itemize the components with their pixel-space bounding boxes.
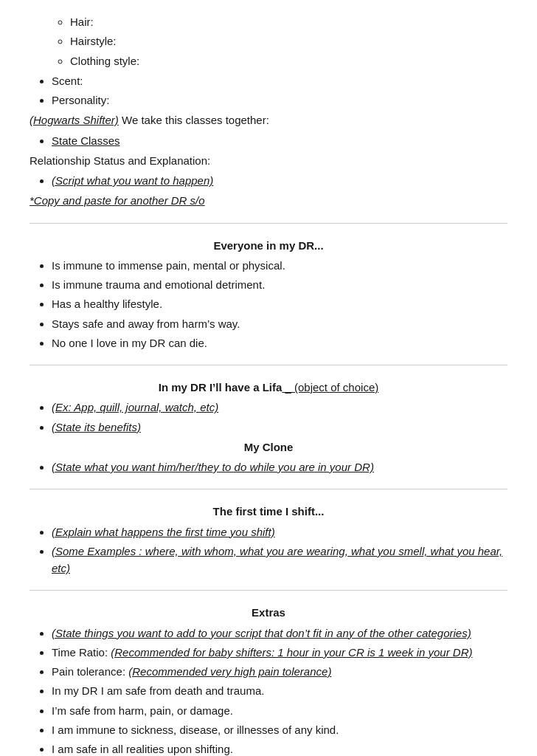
clone-item: (State what you want him/her/they to do … (52, 458, 507, 475)
list-item: Scent: (52, 72, 507, 89)
state-classes-list: State Classes (52, 132, 507, 149)
extras-list: (State things you want to add to your sc… (52, 625, 507, 757)
lifa-bold: In my DR I’ll have a Lifa (159, 381, 283, 394)
first-shift-heading: The first time I shift... (30, 503, 507, 520)
extras-item-4: In my DR I am safe from death and trauma… (52, 682, 507, 699)
lifa-item-2: (State its benefits) (52, 421, 141, 433)
extras-item-1: (State things you want to add to your sc… (52, 625, 507, 642)
copy-paste-label: *Copy and paste for another DR s/o (30, 194, 205, 207)
list-item: No one I love in my DR can die. (52, 334, 507, 351)
time-ratio-plain: Time Ratio: (52, 646, 111, 659)
extras-item-2: Time Ratio: (Recommended for baby shifte… (52, 644, 507, 661)
list-item: Is immune trauma and emotional detriment… (52, 276, 507, 293)
everyone-list: Is immune to immense pain, mental or phy… (52, 257, 507, 351)
divider-2 (30, 365, 507, 365)
list-item: Hairstyle: (70, 32, 507, 49)
state-classes-item: State Classes (52, 132, 507, 149)
clone-label: (State what you want him/her/they to do … (52, 461, 374, 473)
list-item: (Explain what happens the first time you… (52, 523, 507, 540)
extras-item-3: Pain tolerance: (Recommended very high p… (52, 663, 507, 680)
first-shift-item-2: (Some Examples : where, with whom, what … (52, 545, 502, 574)
list-item: Stays safe and away from harm’s way. (52, 315, 507, 332)
pain-tolerance-plain: Pain tolerance: (52, 665, 128, 678)
clone-list: (State what you want him/her/they to do … (52, 458, 507, 475)
hogwarts-line: (Hogwarts Shifter) We take this classes … (30, 111, 507, 128)
list-item: Has a healthy lifestyle. (52, 295, 507, 312)
relationship-status: Relationship Status and Explanation: (30, 152, 507, 169)
hair-circle-list: Hair: Hairstyle: Clothing style: (70, 13, 507, 69)
clone-heading: My Clone (30, 439, 507, 456)
lifa-item-1: (Ex: App, quill, journal, watch, etc) (52, 401, 218, 413)
extras-heading: Extras (30, 604, 507, 621)
extras-item-5: I’m safe from harm, pain, or damage. (52, 702, 507, 719)
divider-1 (30, 223, 507, 224)
lifa-heading: In my DR I’ll have a Lifa _ (object of c… (30, 379, 507, 396)
list-item: Hair: (70, 13, 507, 30)
time-ratio-rec: (Recommended for baby shifters: 1 hour i… (111, 646, 472, 659)
hogwarts-label: (Hogwarts Shifter) (30, 114, 119, 126)
divider-3 (30, 489, 507, 489)
script-list: (Script what you want to happen) (52, 172, 507, 189)
divider-4 (30, 590, 507, 591)
hogwarts-text: We take this classes together: (119, 114, 269, 126)
list-item: Is immune to immense pain, mental or phy… (52, 257, 507, 274)
first-shift-item-1: (Explain what happens the first time you… (52, 526, 275, 538)
first-shift-list: (Explain what happens the first time you… (52, 523, 507, 577)
script-item: (Script what you want to happen) (52, 172, 507, 189)
everyone-heading: Everyone in my DR... (30, 237, 507, 254)
script-label: (Script what you want to happen) (52, 174, 213, 187)
extras-item-6: I am immune to sickness, disease, or ill… (52, 721, 507, 738)
scent-personality-list: Scent: Personality: (52, 72, 507, 109)
list-item: (State its benefits) (52, 419, 507, 436)
copy-paste-note: *Copy and paste for another DR s/o (30, 192, 507, 209)
lifa-list: (Ex: App, quill, journal, watch, etc) (S… (52, 399, 507, 436)
extras-label-1: (State things you want to add to your sc… (52, 627, 471, 639)
pain-tolerance-rec: (Recommended very high pain tolerance) (128, 665, 331, 678)
list-item: Personality: (52, 92, 507, 109)
lifa-underline: _ (object of choice) (282, 381, 378, 394)
list-item: (Some Examples : where, with whom, what … (52, 543, 507, 577)
state-classes-label: State Classes (52, 134, 120, 147)
list-item: (Ex: App, quill, journal, watch, etc) (52, 399, 507, 416)
list-item: Clothing style: (70, 52, 507, 69)
extras-item-7: I am safe in all realities upon shifting… (52, 740, 507, 756)
